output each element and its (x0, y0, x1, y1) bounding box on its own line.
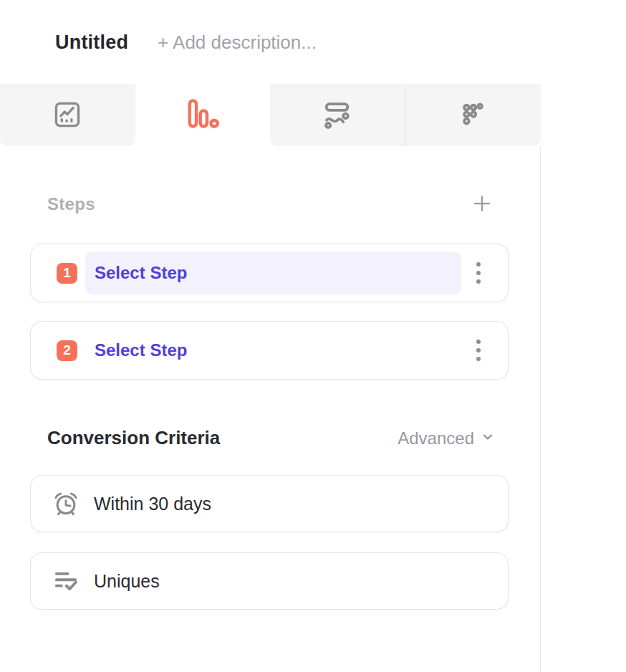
add-step-button[interactable] (470, 192, 494, 216)
right-gutter (541, 146, 626, 672)
step-options-menu[interactable] (472, 258, 485, 288)
step-number-badge: 1 (57, 263, 77, 284)
conversion-window-selector[interactable]: Within 30 days (30, 475, 509, 532)
plus-icon (471, 193, 493, 216)
kebab-dot (476, 348, 481, 352)
kebab-dot (476, 262, 481, 267)
steps-label: Steps (47, 194, 95, 214)
funnel-bars-icon (184, 97, 221, 133)
kebab-dot (476, 271, 481, 275)
advanced-dropdown[interactable]: Advanced (398, 428, 494, 448)
report-title[interactable]: Untitled (55, 32, 128, 54)
funnel-step-row: 1 Select Step (30, 244, 509, 302)
retention-dots-icon (457, 98, 490, 134)
select-step-label: Select Step (95, 263, 187, 283)
add-description-field[interactable]: + Add description... (158, 32, 317, 54)
alarm-clock-icon (51, 489, 81, 519)
tab-insights[interactable] (0, 85, 135, 146)
counting-method-label: Uniques (94, 571, 160, 592)
funnel-step-row: 2 Select Step (30, 321, 509, 380)
step-options-menu[interactable] (472, 335, 485, 365)
query-builder-panel: Steps 1 Select Step 2 Select (0, 146, 541, 672)
conversion-criteria-header: Conversion Criteria Advanced (47, 427, 494, 449)
advanced-label: Advanced (398, 428, 474, 448)
tabbar-spacer (541, 85, 626, 146)
kebab-dot (476, 279, 481, 284)
tab-retention[interactable] (405, 85, 541, 146)
kebab-dot (476, 357, 481, 361)
report-header: Untitled + Add description... (0, 0, 626, 85)
counting-method-selector[interactable]: Uniques (30, 552, 509, 610)
select-step-button[interactable]: Select Step (85, 329, 461, 372)
checklist-check-icon (51, 566, 81, 596)
select-step-label: Select Step (95, 340, 187, 360)
chevron-down-icon (481, 431, 494, 446)
insights-chart-icon (52, 99, 83, 133)
tab-flows[interactable] (270, 85, 405, 146)
conversion-criteria-title: Conversion Criteria (47, 427, 220, 449)
conversion-window-label: Within 30 days (94, 494, 211, 514)
select-step-button[interactable]: Select Step (85, 251, 461, 294)
tab-funnels[interactable] (135, 85, 271, 146)
steps-section-header: Steps (47, 192, 494, 216)
step-number-badge: 2 (57, 340, 77, 361)
flows-wave-icon (321, 98, 354, 134)
kebab-dot (476, 340, 481, 344)
report-type-tabbar (0, 85, 626, 146)
